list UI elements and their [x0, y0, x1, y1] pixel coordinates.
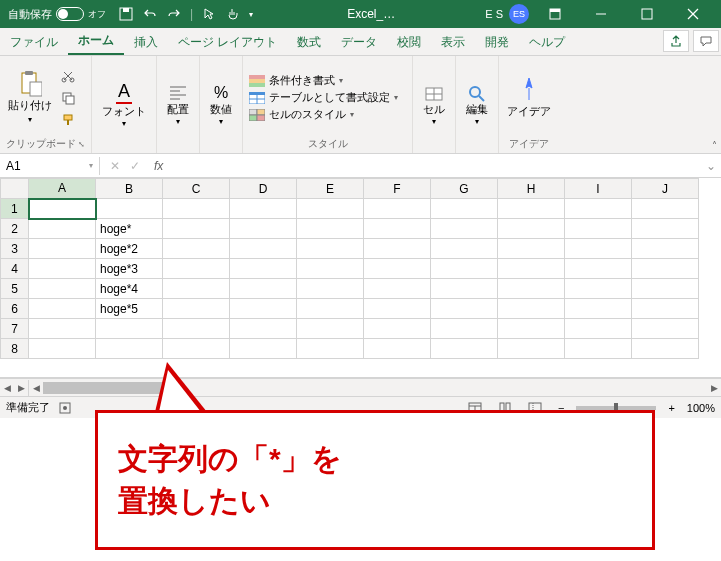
worksheet: A B C D E F G H I J 1 2hoge* 3hoge*2 4ho…	[0, 178, 721, 378]
enter-formula-icon[interactable]: ✓	[130, 159, 140, 173]
svg-rect-3	[550, 9, 560, 12]
annotation-callout: 文字列の「*」を 置換したい	[95, 380, 655, 550]
minimize-button[interactable]	[581, 0, 621, 28]
font-dropdown[interactable]: A フォント ▾	[98, 79, 150, 130]
col-header-H[interactable]: H	[498, 179, 565, 199]
cell-B5[interactable]: hoge*4	[96, 279, 163, 299]
autosave-toggle[interactable]: 自動保存 オフ	[4, 7, 110, 22]
ribbon-options-icon[interactable]	[535, 0, 575, 28]
row-header-6[interactable]: 6	[1, 299, 29, 319]
tab-developer[interactable]: 開発	[475, 30, 519, 55]
collapse-ribbon-icon[interactable]: ˄	[712, 140, 717, 151]
cursor-icon[interactable]	[201, 6, 217, 22]
group-number: % 数値 ▾	[200, 56, 243, 153]
col-header-A[interactable]: A	[29, 179, 96, 199]
svg-rect-24	[249, 83, 265, 87]
tab-review[interactable]: 校閲	[387, 30, 431, 55]
row-header-7[interactable]: 7	[1, 319, 29, 339]
toggle-icon	[56, 7, 84, 21]
col-header-E[interactable]: E	[297, 179, 364, 199]
svg-rect-32	[257, 115, 265, 121]
alignment-dropdown[interactable]: 配置 ▾	[163, 82, 193, 128]
cells-dropdown[interactable]: セル ▾	[419, 82, 449, 128]
formula-bar[interactable]	[167, 164, 701, 168]
align-icon	[168, 84, 188, 102]
close-button[interactable]	[673, 0, 713, 28]
row-header-1[interactable]: 1	[1, 199, 29, 219]
tab-home[interactable]: ホーム	[68, 28, 124, 55]
chevron-down-icon: ▾	[89, 161, 93, 170]
autosave-state: オフ	[88, 8, 106, 21]
grid: A B C D E F G H I J 1 2hoge* 3hoge*2 4ho…	[0, 178, 699, 359]
tab-page-layout[interactable]: ページ レイアウト	[168, 30, 287, 55]
row-header-3[interactable]: 3	[1, 239, 29, 259]
quick-access-toolbar: | ▾	[110, 6, 261, 22]
cell-A1[interactable]	[29, 199, 96, 219]
touch-mode-icon[interactable]	[225, 6, 241, 22]
row-header-5[interactable]: 5	[1, 279, 29, 299]
row-header-2[interactable]: 2	[1, 219, 29, 239]
autosave-label: 自動保存	[8, 7, 52, 22]
tab-data[interactable]: データ	[331, 30, 387, 55]
name-box[interactable]: A1 ▾	[0, 157, 100, 175]
svg-line-37	[479, 96, 484, 101]
tab-formulas[interactable]: 数式	[287, 30, 331, 55]
col-header-D[interactable]: D	[230, 179, 297, 199]
zoom-level[interactable]: 100%	[687, 402, 715, 414]
conditional-formatting-button[interactable]: 条件付き書式 ▾	[249, 73, 398, 88]
svg-rect-31	[249, 115, 257, 121]
cell-B4[interactable]: hoge*3	[96, 259, 163, 279]
dialog-launcher-icon[interactable]: ⤡	[78, 140, 85, 149]
maximize-button[interactable]	[627, 0, 667, 28]
fx-label[interactable]: fx	[150, 159, 167, 173]
col-header-F[interactable]: F	[364, 179, 431, 199]
tab-help[interactable]: ヘルプ	[519, 30, 575, 55]
save-icon[interactable]	[118, 6, 134, 22]
row-header-8[interactable]: 8	[1, 339, 29, 359]
qat-dropdown-icon[interactable]: ▾	[249, 10, 253, 19]
col-header-J[interactable]: J	[632, 179, 699, 199]
svg-rect-16	[67, 120, 69, 125]
cell-B6[interactable]: hoge*5	[96, 299, 163, 319]
format-painter-icon[interactable]	[58, 110, 78, 130]
cancel-formula-icon[interactable]: ✕	[110, 159, 120, 173]
format-as-table-button[interactable]: テーブルとして書式設定 ▾	[249, 90, 398, 105]
tab-view[interactable]: 表示	[431, 30, 475, 55]
copy-icon[interactable]	[58, 88, 78, 108]
col-header-C[interactable]: C	[163, 179, 230, 199]
scroll-right-icon[interactable]: ▶	[14, 380, 28, 396]
col-header-I[interactable]: I	[565, 179, 632, 199]
col-header-B[interactable]: B	[96, 179, 163, 199]
percent-icon: %	[214, 84, 228, 102]
col-header-G[interactable]: G	[431, 179, 498, 199]
macro-record-icon[interactable]	[58, 401, 72, 415]
share-button[interactable]	[663, 30, 689, 52]
editing-dropdown[interactable]: 編集 ▾	[462, 82, 492, 128]
user-avatar[interactable]: ES	[509, 4, 529, 24]
number-dropdown[interactable]: % 数値 ▾	[206, 82, 236, 128]
row-header-4[interactable]: 4	[1, 259, 29, 279]
tab-file[interactable]: ファイル	[0, 30, 68, 55]
expand-formula-bar-icon[interactable]: ⌄	[701, 159, 721, 173]
svg-rect-14	[66, 96, 74, 104]
tab-insert[interactable]: 挿入	[124, 30, 168, 55]
cell-B3[interactable]: hoge*2	[96, 239, 163, 259]
cell-B2[interactable]: hoge*	[96, 219, 163, 239]
group-ideas: アイデア アイデア	[499, 56, 559, 153]
undo-icon[interactable]	[142, 6, 158, 22]
zoom-in-button[interactable]: +	[664, 402, 678, 414]
cell-styles-button[interactable]: セルのスタイル ▾	[249, 107, 398, 122]
table-icon	[249, 92, 265, 104]
cut-icon[interactable]	[58, 66, 78, 86]
paste-button[interactable]: 貼り付け ▾	[6, 70, 54, 126]
select-all-corner[interactable]	[1, 179, 29, 199]
redo-icon[interactable]	[166, 6, 182, 22]
cell-B1[interactable]	[96, 199, 163, 219]
svg-point-36	[470, 87, 480, 97]
comments-button[interactable]	[693, 30, 719, 52]
ribbon: 貼り付け ▾ クリップボード⤡ A フォント ▾ 配置	[0, 56, 721, 154]
ideas-button[interactable]: アイデア	[505, 74, 553, 121]
window-title: Excel_…	[261, 7, 481, 21]
group-styles: 条件付き書式 ▾ テーブルとして書式設定 ▾ セルのスタイル ▾ スタイル	[243, 56, 413, 153]
scroll-left-icon[interactable]: ◀	[0, 380, 14, 396]
